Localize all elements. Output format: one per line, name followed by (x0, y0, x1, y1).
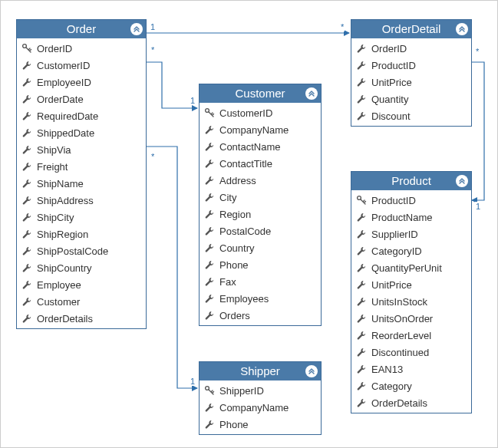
attribute-row[interactable]: Orders (200, 307, 321, 324)
attribute-row[interactable]: ReorderLevel (351, 327, 471, 344)
collapse-icon[interactable] (456, 23, 468, 35)
entity-title: Customer (235, 87, 285, 100)
attribute-label: ContactTitle (219, 158, 272, 170)
attribute-row[interactable]: CategoryID (351, 242, 471, 259)
attribute-label: Employee (37, 279, 81, 291)
attribute-label: ShipCountry (37, 262, 92, 274)
attribute-row[interactable]: ShipAddress (17, 192, 146, 209)
attribute-row[interactable]: Country (200, 239, 321, 256)
wrench-icon (356, 262, 367, 273)
attribute-row[interactable]: ShipVia (17, 141, 146, 158)
attribute-row[interactable]: Employees (200, 290, 321, 307)
collapse-icon[interactable] (305, 365, 318, 377)
attribute-row[interactable]: CustomerID (17, 57, 146, 74)
wrench-icon (21, 313, 32, 324)
attribute-row[interactable]: Address (200, 172, 321, 189)
attribute-label: UnitPrice (371, 279, 412, 291)
entity-body: OrderIDCustomerIDEmployeeIDOrderDateRequ… (17, 38, 146, 328)
attribute-row[interactable]: CustomerID (200, 104, 321, 121)
entity-orderdetail[interactable]: OrderDetail OrderIDProductIDUnitPriceQua… (351, 19, 472, 127)
attribute-row[interactable]: Discontinued (351, 344, 471, 361)
entity-title: Order (67, 22, 96, 35)
attribute-row[interactable]: Fax (200, 273, 321, 290)
attribute-row[interactable]: ShippedDate (17, 124, 146, 141)
attribute-row[interactable]: ProductID (351, 192, 471, 209)
attribute-row[interactable]: RequiredDate (17, 107, 146, 124)
attribute-row[interactable]: UnitPrice (351, 74, 471, 91)
collapse-icon[interactable] (456, 175, 468, 187)
entity-title: Shipper (240, 364, 280, 377)
wrench-icon (356, 296, 367, 307)
attribute-row[interactable]: Customer (17, 293, 146, 310)
attribute-row[interactable]: ShipCountry (17, 259, 146, 276)
attribute-row[interactable]: ShipRegion (17, 226, 146, 242)
attribute-row[interactable]: OrderID (351, 40, 471, 57)
attribute-row[interactable]: Quantity (351, 91, 471, 107)
attribute-label: ContactName (219, 141, 280, 153)
attribute-label: OrderDate (37, 94, 84, 105)
attribute-row[interactable]: OrderDate (17, 91, 146, 107)
wrench-icon (356, 347, 367, 357)
wrench-icon (21, 110, 32, 121)
attribute-row[interactable]: ContactName (200, 138, 321, 155)
attribute-row[interactable]: City (200, 189, 321, 206)
attribute-row[interactable]: PostalCode (200, 222, 321, 239)
wrench-icon (356, 313, 367, 324)
attribute-row[interactable]: Freight (17, 158, 146, 175)
attribute-label: RequiredDate (37, 110, 98, 122)
attribute-row[interactable]: Phone (200, 416, 321, 433)
wrench-icon (21, 77, 32, 87)
collapse-icon[interactable] (130, 23, 143, 35)
wrench-icon (356, 380, 367, 391)
attribute-label: ShipAddress (37, 195, 94, 206)
entity-header[interactable]: Customer (200, 84, 321, 103)
entity-product[interactable]: Product ProductIDProductNameSupplierIDCa… (351, 171, 472, 413)
attribute-row[interactable]: ShipCity (17, 209, 146, 226)
entity-shipper[interactable]: Shipper ShipperIDCompanyNamePhone (199, 361, 322, 435)
entity-header[interactable]: Product (351, 172, 471, 190)
entity-body: ShipperIDCompanyNamePhone (200, 380, 321, 434)
attribute-row[interactable]: OrderDetails (17, 310, 146, 327)
attribute-label: ShipperID (219, 385, 264, 397)
attribute-row[interactable]: UnitsOnOrder (351, 310, 471, 327)
attribute-row[interactable]: OrderDetails (351, 394, 471, 411)
entity-header[interactable]: Order (17, 20, 146, 38)
wrench-icon (204, 209, 215, 219)
attribute-row[interactable]: Discount (351, 107, 471, 124)
attribute-label: ProductID (371, 60, 416, 71)
attribute-row[interactable]: ProductID (351, 57, 471, 74)
attribute-row[interactable]: UnitPrice (351, 276, 471, 293)
attribute-row[interactable]: ContactTitle (200, 155, 321, 172)
attribute-row[interactable]: ProductName (351, 209, 471, 226)
attribute-row[interactable]: ShipperID (200, 382, 321, 399)
entity-header[interactable]: OrderDetail (351, 20, 471, 38)
collapse-icon[interactable] (305, 87, 318, 100)
attribute-row[interactable]: SupplierID (351, 226, 471, 242)
wrench-icon (204, 226, 215, 236)
entity-customer[interactable]: Customer CustomerIDCompanyNameContactNam… (199, 84, 322, 326)
attribute-label: ProductID (371, 195, 416, 206)
attribute-row[interactable]: ShipName (17, 175, 146, 192)
attribute-row[interactable]: Region (200, 206, 321, 222)
attribute-row[interactable]: Category (351, 377, 471, 394)
attribute-row[interactable]: QuantityPerUnit (351, 259, 471, 276)
attribute-row[interactable]: CompanyName (200, 399, 321, 416)
entity-order[interactable]: Order OrderIDCustomerIDEmployeeIDOrderDa… (16, 19, 147, 329)
attribute-row[interactable]: ShipPostalCode (17, 242, 146, 259)
attribute-row[interactable]: UnitsInStock (351, 293, 471, 310)
key-icon (21, 43, 32, 54)
attribute-label: Orders (219, 310, 250, 321)
connector-order-shipper (147, 147, 197, 388)
wrench-icon (21, 161, 32, 172)
attribute-row[interactable]: Employee (17, 276, 146, 293)
wrench-icon (21, 94, 32, 104)
attribute-row[interactable]: EAN13 (351, 361, 471, 377)
attribute-row[interactable]: Phone (200, 256, 321, 273)
attribute-row[interactable]: CompanyName (200, 121, 321, 138)
entity-header[interactable]: Shipper (200, 362, 321, 380)
attribute-label: Customer (37, 296, 80, 308)
attribute-row[interactable]: EmployeeID (17, 74, 146, 91)
attribute-row[interactable]: OrderID (17, 40, 146, 57)
attribute-label: SupplierID (371, 229, 418, 240)
wrench-icon (356, 60, 367, 71)
